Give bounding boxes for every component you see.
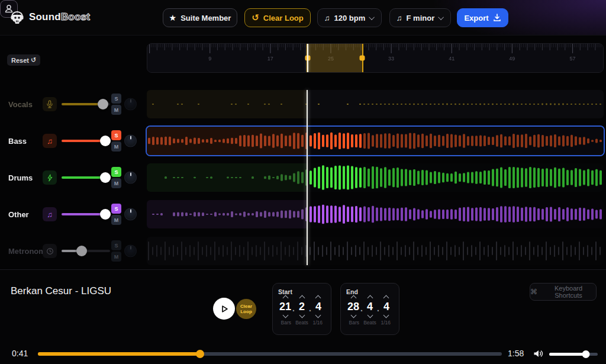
export-button[interactable]: Export <box>457 8 508 27</box>
slider-thumb[interactable] <box>100 172 111 183</box>
metronome-solo-button[interactable]: S <box>111 240 121 250</box>
bpm-dropdown[interactable]: ♫ 120 bpm <box>317 8 382 27</box>
bass-waveform[interactable] <box>147 127 604 155</box>
drums-solo-button[interactable]: S <box>111 167 121 177</box>
increment-icon[interactable] <box>315 295 321 301</box>
end-sixteenth-stepper: 4 <box>379 296 394 317</box>
suite-member-button[interactable]: ★ Suite Member <box>163 8 237 27</box>
drums-pan-knob[interactable] <box>124 172 137 184</box>
skull-headphones-logo-icon <box>9 9 25 25</box>
separator-dot <box>360 302 363 311</box>
drums-mute-button[interactable]: M <box>111 178 121 188</box>
track-label: Vocals <box>8 100 33 109</box>
music-note-icon: ♫ <box>397 14 402 22</box>
start-sixteenth-stepper: 4 <box>311 296 325 317</box>
seek-bar[interactable] <box>38 352 502 356</box>
track-row-other: Other♫SM <box>0 200 606 228</box>
slider-thumb[interactable] <box>98 99 108 109</box>
song-title: Berkan Cesur - LIGSU <box>11 285 111 297</box>
ruler-ticks <box>147 44 604 73</box>
metronome-waveform[interactable] <box>147 237 604 265</box>
end-bars-stepper: 28 <box>346 296 360 317</box>
reset-button[interactable]: Reset ↺ <box>7 54 40 66</box>
separator-dot <box>292 302 295 311</box>
increment-icon[interactable] <box>367 295 373 301</box>
track-label: Drums <box>8 173 33 182</box>
volume-fill <box>549 353 586 356</box>
music-note-icon: ♫ <box>324 14 330 22</box>
increment-icon[interactable] <box>299 295 305 301</box>
vocals-volume-slider[interactable] <box>62 99 110 109</box>
star-icon: ★ <box>169 13 177 22</box>
ruler-playhead[interactable] <box>307 44 308 72</box>
other-volume-slider[interactable] <box>62 209 110 220</box>
total-time: 1:58 <box>508 349 524 358</box>
volume-thumb[interactable] <box>582 350 589 358</box>
start-bars-stepper: 21 <box>278 296 292 317</box>
increment-icon[interactable] <box>383 295 389 301</box>
other-pan-knob[interactable] <box>124 208 137 221</box>
bass-pan-knob[interactable] <box>124 135 137 147</box>
other-mute-button[interactable]: M <box>111 215 121 225</box>
decrement-icon[interactable] <box>282 313 288 318</box>
increment-icon[interactable] <box>282 295 288 301</box>
track-row-vocals: VocalsSM <box>0 90 606 118</box>
track-label: Other <box>8 210 29 219</box>
vocals-waveform[interactable] <box>147 90 604 118</box>
key-dropdown[interactable]: ♫ F minor <box>389 8 451 27</box>
decrement-icon[interactable] <box>367 313 373 318</box>
waveform-canvas <box>147 128 604 154</box>
keyboard-shortcuts-button[interactable]: ⌘ Keyboard Shortcuts <box>530 283 597 301</box>
loop-end-panel: End 28 4 4 <box>340 283 399 335</box>
increment-icon[interactable] <box>350 295 356 301</box>
other-waveform[interactable] <box>147 200 604 228</box>
speaker-icon[interactable] <box>533 349 544 358</box>
metronome-pan-knob[interactable] <box>124 245 137 257</box>
metronome-volume-slider[interactable] <box>62 246 110 256</box>
bar-ruler[interactable] <box>147 43 604 73</box>
app-logo: SoundBoost <box>9 9 90 25</box>
vocals-mute-button[interactable]: M <box>111 105 121 115</box>
download-icon <box>493 14 501 22</box>
loop-end-handle[interactable] <box>359 56 365 61</box>
chevron-down-icon <box>438 14 444 20</box>
track-row-drums: DrumsSM <box>0 163 606 192</box>
drums-volume-slider[interactable] <box>62 172 110 183</box>
loop-region[interactable] <box>307 44 363 72</box>
start-beats-stepper: 2 <box>295 296 309 317</box>
decrement-icon[interactable] <box>315 313 321 318</box>
current-time: 0:41 <box>12 349 28 358</box>
slider-thumb[interactable] <box>100 136 111 146</box>
decrement-icon[interactable] <box>299 313 305 318</box>
undo-loop-icon: ↺ <box>252 12 259 23</box>
drums-waveform[interactable] <box>147 163 604 192</box>
other-solo-button[interactable]: S <box>111 204 121 214</box>
soundboost-app: SoundBoost ★ Suite Member ↺ Clear Loop ♫… <box>0 0 606 364</box>
bass-mute-button[interactable]: M <box>111 141 121 152</box>
decrement-icon[interactable] <box>383 313 389 318</box>
bass-volume-slider[interactable] <box>62 136 110 146</box>
separator-dot <box>377 302 379 311</box>
seek-bar-thumb[interactable] <box>196 350 204 358</box>
play-button[interactable] <box>213 298 235 320</box>
play-icon <box>219 304 230 314</box>
bass-note-icon: ♫ <box>43 134 57 148</box>
music-note-icon: ♫ <box>43 207 57 221</box>
slider-thumb[interactable] <box>76 246 87 256</box>
vocals-pan-knob[interactable] <box>124 98 137 111</box>
drums-bolt-icon <box>43 170 57 185</box>
topbar: SoundBoost ★ Suite Member ↺ Clear Loop ♫… <box>0 0 606 36</box>
bass-solo-button[interactable]: S <box>111 130 121 140</box>
metronome-mute-button[interactable]: M <box>111 252 121 262</box>
slider-thumb[interactable] <box>100 209 111 220</box>
clear-loop-badge-button[interactable]: Clear Loop <box>236 299 256 319</box>
clear-loop-button[interactable]: ↺ Clear Loop <box>244 8 311 27</box>
waveform-canvas <box>147 91 604 117</box>
vocals-solo-button[interactable]: S <box>111 94 121 104</box>
loop-start-panel: Start 21 2 4 <box>272 283 331 335</box>
volume-slider[interactable] <box>549 353 598 356</box>
command-icon: ⌘ <box>530 288 537 296</box>
microphone-icon <box>43 97 57 111</box>
decrement-icon[interactable] <box>350 313 356 318</box>
seek-bar-fill <box>38 352 200 356</box>
